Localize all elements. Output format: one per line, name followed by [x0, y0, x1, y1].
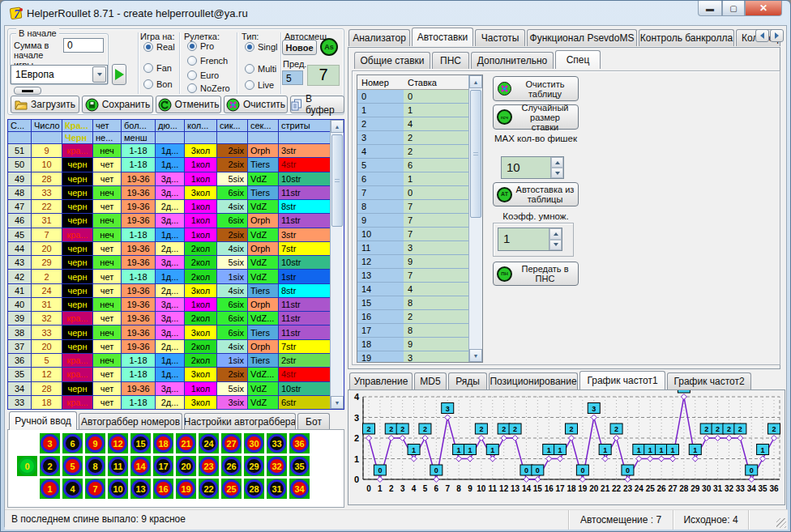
sum-input[interactable] [63, 38, 104, 53]
spins-row[interactable]: 3932кра...чет19-363д...2кол6sixVdZ...11s… [8, 312, 330, 326]
spins-row[interactable]: 3428чернчет19-363д...1кол5sixVdZ10str [8, 382, 330, 396]
col-header[interactable]: Кра... [62, 120, 93, 131]
spins-row[interactable]: 519кра...неч1-181д...3кол2sixOrph3str [8, 144, 330, 158]
roulette-number-27[interactable]: 27 [221, 433, 242, 453]
tab-md5[interactable]: MD5 [414, 372, 447, 389]
roulette-number-11[interactable]: 11 [108, 456, 128, 476]
tab-bot[interactable]: Бот [297, 413, 330, 430]
load-button[interactable]: Загрузить [11, 96, 79, 113]
roulette-number-1[interactable]: 1 [40, 479, 60, 499]
radio-real[interactable]: Real [143, 42, 175, 52]
tab-psevdoms[interactable]: Функционал PsevdoMS [527, 29, 637, 46]
spins-row[interactable]: 4722чернчет19-362д...1кол4sixVdZ8str [8, 200, 330, 214]
roulette-number-12[interactable]: 12 [108, 433, 128, 453]
roulette-number-17[interactable]: 17 [153, 456, 173, 476]
roulette-number-14[interactable]: 14 [130, 456, 151, 476]
spins-scrollbar[interactable]: ▲ ▼ [330, 120, 344, 409]
bets-row[interactable]: 193 [357, 351, 468, 363]
roulette-number-0[interactable]: 0 [17, 456, 37, 476]
bets-row[interactable]: 42 [357, 145, 468, 159]
max-chips-stepper[interactable]: 10 [501, 156, 564, 179]
col-header[interactable]: стриты [279, 120, 330, 131]
scrollbar-thumb[interactable] [470, 90, 481, 218]
clear-button[interactable]: Очистить [224, 96, 288, 113]
roulette-number-24[interactable]: 24 [199, 433, 219, 453]
roulette-number-28[interactable]: 28 [244, 479, 264, 499]
roulette-number-19[interactable]: 19 [176, 479, 196, 499]
spins-row[interactable]: 4031черннеч19-363д...1кол6sixOrph11str [8, 298, 330, 312]
stepper-up-button[interactable] [551, 157, 563, 168]
save-button[interactable]: Сохранить [82, 96, 153, 113]
spins-row[interactable]: 4420чернчет19-362д...2кол4sixOrph7str [8, 242, 330, 256]
tab-common-bets[interactable]: Общие ставки [354, 52, 430, 69]
col-header[interactable]: бол... [122, 120, 156, 131]
bets-row[interactable]: 137 [357, 269, 468, 283]
tab-control[interactable]: Управление [349, 372, 413, 389]
tab-spec[interactable]: Спец [555, 50, 601, 69]
bets-row[interactable]: 178 [357, 324, 468, 338]
roulette-number-34[interactable]: 34 [289, 479, 310, 499]
spins-row[interactable]: 3833черннеч19-363д...3кол6sixTiers11str [8, 326, 330, 339]
as-button[interactable]: As [320, 38, 338, 56]
tab-rows[interactable]: Ряды [448, 372, 487, 389]
prev-value-field[interactable]: 5 [282, 70, 303, 85]
bets-row[interactable]: 56 [357, 159, 468, 172]
radio-multi[interactable]: Multi [245, 64, 276, 74]
radio-fan[interactable]: Fan [143, 63, 172, 73]
spins-row[interactable]: 5010чернчет1-181д...1кол2sixTiers4str [8, 158, 330, 172]
spins-row[interactable]: 4631черннеч19-363д...1кол6sixOrph11str [8, 214, 330, 228]
col-header[interactable]: Число [32, 120, 62, 131]
tab-bankroll-control[interactable]: Контроль банкролла [639, 29, 734, 46]
roulette-number-8[interactable]: 8 [85, 456, 105, 476]
stepper-down-button[interactable] [551, 168, 563, 178]
bets-row[interactable]: 24 [357, 117, 468, 131]
roulette-number-13[interactable]: 13 [130, 479, 151, 499]
roulette-number-23[interactable]: 23 [199, 456, 219, 476]
roulette-number-33[interactable]: 33 [267, 433, 287, 453]
stepper-down-button[interactable] [549, 240, 562, 251]
spins-row[interactable]: 365кра...неч1-181д...2кол1sixTiers2str [8, 354, 330, 368]
scroll-down-icon[interactable]: ▼ [331, 396, 344, 409]
roulette-number-26[interactable]: 26 [221, 456, 242, 476]
close-button[interactable]: ✕ [745, 1, 782, 16]
spins-row[interactable]: 4928чернчет19-363д...1кол5sixVdZ10str [8, 172, 330, 186]
tab-positioning[interactable]: Позиционирование [489, 372, 578, 389]
tab-analyzer[interactable]: Анализатор [348, 29, 410, 46]
col-header[interactable]: кол... [185, 120, 217, 131]
bets-row[interactable]: 129 [357, 255, 468, 269]
radio-pro[interactable]: Pro [187, 41, 214, 51]
bets-row[interactable]: 189 [357, 338, 468, 351]
combobox-dropdown-button[interactable] [92, 66, 106, 83]
play-button[interactable] [112, 64, 126, 85]
spins-row[interactable]: 457кра...неч1-181д...1кол2sixVdZ3str [8, 228, 330, 242]
bets-row[interactable]: 144 [357, 283, 468, 296]
roulette-number-22[interactable]: 22 [199, 479, 219, 499]
spins-row[interactable]: 4124чернчет19-362д...3кол4sixTiers8str [8, 284, 330, 298]
minimize-button[interactable]: ▬ [698, 1, 722, 16]
roulette-number-2[interactable]: 2 [40, 456, 60, 476]
roulette-number-15[interactable]: 15 [130, 433, 151, 453]
tab-freq-chart2[interactable]: График частот2 [667, 372, 751, 389]
tab-autobets[interactable]: Автоставки [412, 28, 473, 46]
col-header[interactable]: Ставка [404, 75, 468, 89]
collapse-button[interactable] [14, 87, 41, 95]
tab-scroll-right-button[interactable] [770, 29, 784, 42]
tab-frequencies[interactable]: Частоты [475, 29, 525, 46]
roulette-number-10[interactable]: 10 [108, 479, 128, 499]
bets-row[interactable]: 61 [357, 172, 468, 186]
scroll-up-icon[interactable]: ▲ [331, 120, 344, 133]
roulette-number-9[interactable]: 9 [85, 433, 105, 453]
clear-table-button[interactable]: Очистить таблицу [493, 76, 579, 101]
bets-row[interactable]: 87 [357, 200, 468, 214]
scrollbar-thumb[interactable] [331, 134, 343, 227]
col-header[interactable]: дю... [156, 120, 185, 131]
stepper-up-button[interactable] [549, 228, 562, 240]
col-header[interactable]: сик... [217, 120, 248, 131]
multiplier-stepper[interactable]: 1 [498, 228, 562, 251]
roulette-number-3[interactable]: 3 [40, 433, 60, 453]
bets-row[interactable]: 97 [357, 214, 468, 228]
spins-row[interactable]: 3512кра...чет1-181д...3кол2sixVdZ...4str [8, 368, 330, 381]
spins-row[interactable]: 3318кра...чет1-182д...3кол3sixVdZ6str [8, 396, 330, 410]
tab-scroll-left-button[interactable] [755, 29, 769, 42]
tab-autograbber-numbers[interactable]: Автограббер номеров [79, 413, 182, 430]
